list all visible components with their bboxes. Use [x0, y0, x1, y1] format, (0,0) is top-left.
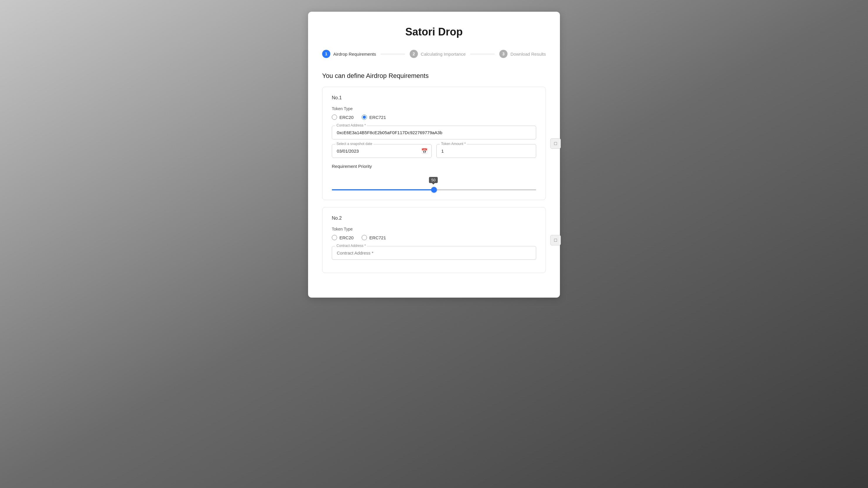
step-3-circle: 3	[499, 50, 507, 58]
card-1-snapshot-date-wrapper: Select a snapshot date 📅	[332, 144, 432, 158]
card-1-token-type-label: Token Type	[332, 106, 536, 111]
card-1-number: No.1	[332, 95, 536, 100]
card-1-radio-group: ERC20 ERC721	[332, 115, 536, 120]
card-2-delete-button[interactable]: □	[550, 235, 561, 245]
section-heading: You can define Airdrop Requirements	[322, 72, 546, 80]
step-2-circle: 2	[410, 50, 418, 58]
card-1-slider-container: 50	[332, 177, 536, 191]
card-2-number: No.2	[332, 216, 536, 221]
main-container: Satori Drop 1 Airdrop Requirements 2 Cal…	[308, 12, 560, 298]
card-1-snapshot-date-input[interactable]	[332, 144, 432, 158]
card-2-erc721-option[interactable]: ERC721	[362, 235, 386, 240]
card-2-erc721-radio[interactable]	[362, 235, 367, 240]
step-1-circle: 1	[322, 50, 330, 58]
card-1-token-amount-input[interactable]	[436, 144, 536, 158]
page-title: Satori Drop	[322, 26, 546, 38]
card-1-erc721-radio[interactable]	[362, 115, 367, 120]
step-connector-2	[470, 54, 495, 54]
card-1-erc20-option[interactable]: ERC20	[332, 115, 353, 120]
card-2-radio-group: ERC20 ERC721	[332, 235, 536, 240]
card-1-snapshot-date-label: Select a snapshot date	[335, 142, 373, 146]
card-2-erc721-label: ERC721	[369, 235, 386, 240]
card-1-slider-tooltip: 50	[429, 177, 438, 183]
card-1-token-amount-wrapper: Token Amount *	[436, 144, 536, 158]
card-1-contract-address-input[interactable]	[332, 126, 536, 140]
card-1-erc721-label: ERC721	[369, 115, 386, 120]
delete-icon: □	[554, 141, 557, 146]
card-1-contract-address-wrapper: Contract Address *	[332, 126, 536, 140]
requirement-card-1: No.1 Token Type ERC20 ERC721 Contract Ad…	[322, 87, 546, 200]
step-2: 2 Calculating Importance	[410, 50, 466, 58]
card-2-contract-address-label: Contract Address *	[335, 244, 367, 248]
card-2-token-type-label: Token Type	[332, 227, 536, 232]
card-1-slider-input[interactable]	[332, 189, 536, 190]
card-2-contract-address-input[interactable]	[332, 246, 536, 260]
step-3: 3 Download Results	[499, 50, 546, 58]
card-1-erc721-option[interactable]: ERC721	[362, 115, 386, 120]
step-connector-1	[381, 54, 405, 54]
step-3-label: Download Results	[510, 52, 546, 57]
step-1-label: Airdrop Requirements	[333, 52, 376, 57]
card-1-contract-address-label: Contract Address *	[335, 123, 367, 127]
step-1: 1 Airdrop Requirements	[322, 50, 376, 58]
step-2-label: Calculating Importance	[421, 52, 466, 57]
card-1-erc20-radio[interactable]	[332, 115, 337, 120]
card-1-two-col: Select a snapshot date 📅 Token Amount *	[332, 144, 536, 158]
stepper: 1 Airdrop Requirements 2 Calculating Imp…	[322, 50, 546, 58]
card-2-erc20-label: ERC20	[339, 235, 353, 240]
card-2-contract-address-wrapper: Contract Address *	[332, 246, 536, 260]
card-2-erc20-option[interactable]: ERC20	[332, 235, 353, 240]
card-1-delete-button[interactable]: □	[550, 138, 561, 149]
card-1-token-amount-label: Token Amount *	[440, 142, 467, 146]
card-1-erc20-label: ERC20	[339, 115, 353, 120]
card-1-slider-section: Requirement Priority 50	[332, 164, 536, 191]
requirement-card-2: No.2 Token Type ERC20 ERC721 Contract Ad…	[322, 207, 546, 273]
card-2-erc20-radio[interactable]	[332, 235, 337, 240]
delete-icon-2: □	[554, 238, 557, 243]
card-1-requirement-priority-label: Requirement Priority	[332, 164, 536, 169]
